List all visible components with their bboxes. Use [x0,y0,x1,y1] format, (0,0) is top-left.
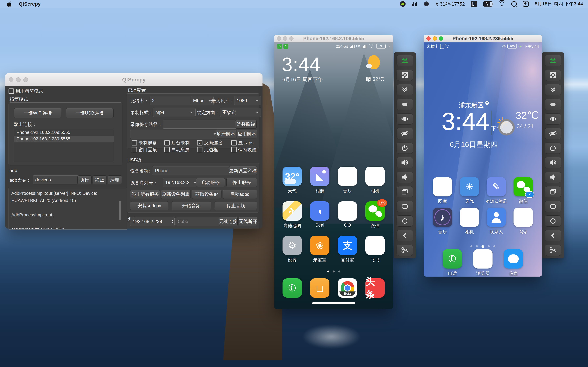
device-name-input[interactable]: Phone [153,166,232,175]
app-youdao-note[interactable]: ✎有道云笔记 [486,177,507,204]
dock-messages-app[interactable]: 信息 [503,249,524,276]
app-qinbaobao[interactable]: ❀亲宝宝 [309,236,330,263]
wireless-connect-button[interactable]: 无线连接 [219,217,238,226]
exec-button[interactable]: 执行 [78,175,92,184]
wireless-ip-input[interactable]: 192.168.2.239 [130,217,174,226]
group-control-icon[interactable] [397,55,413,66]
phone2-screen[interactable]: 未插卡 ! ◷ 100 ❧ 下午3:44 浦东新区 3:44下午 ☀ 32℃ 3… [424,42,542,276]
app-gallery[interactable]: ✿图库 [432,177,453,204]
screen-on-icon[interactable] [397,113,413,125]
dock-browser-app[interactable]: ⊕浏览器 [472,249,493,276]
usb-connect-button[interactable]: 一键USB连接 [66,108,113,118]
home-indicator[interactable] [312,302,355,304]
control-window-titlebar[interactable]: QtScrcpy [5,73,262,86]
wireless-disconnect-button[interactable]: 无线断开 [239,217,257,226]
app-weather[interactable]: ☀天气 [459,177,480,204]
dock-messages-app[interactable]: ◻ [309,278,330,298]
checkbox-keep-awake[interactable]: 保持唤醒 [231,147,257,153]
app-switch-icon[interactable] [397,201,413,212]
input-method-icon[interactable]: 拼 [471,1,477,7]
dock-phone-app[interactable]: ✆ [282,278,303,298]
app-feishu[interactable]: ◥飞书 [364,236,386,263]
device-list-item[interactable]: Phone-192.168.2.109:5555 [14,129,114,136]
volume-up-icon[interactable] [397,157,413,168]
app-seal[interactable]: ◖Seal [309,201,330,229]
back-icon[interactable] [397,230,413,241]
stop-audio-button[interactable]: 停止音频 [215,201,257,210]
serial-combo[interactable]: 192.168.2.2 [163,178,199,187]
app-amap[interactable]: ✈高德地图 [282,201,303,229]
log-scrollbar[interactable] [119,201,121,220]
pointer-counter[interactable]: 31@·17752 [435,1,465,7]
record-status-icon[interactable] [424,1,429,7]
device-list[interactable]: Phone-192.168.2.109:5555 Phone-192.168.2… [14,129,114,162]
app-settings[interactable]: ⚙设置 [282,236,303,263]
start-adbd-button[interactable]: 启动adbd [223,190,257,199]
clipboard-cut-icon[interactable] [545,245,561,256]
wifi-connect-button[interactable]: 一键WIFI连接 [14,108,62,118]
home-icon[interactable] [397,216,413,227]
app-weather[interactable]: 32°天气 [282,167,303,194]
update-name-button[interactable]: 更新设置名称 [229,166,257,175]
start-service-button[interactable]: 启动服务 [196,178,225,187]
menubar-app-name[interactable]: QtScrcpy [19,1,41,7]
phone1-titlebar[interactable]: Phone-192.168.2.109:5555 [274,35,393,42]
app-qq[interactable]: ♟QQ [513,208,534,235]
bitrate-input[interactable]: 2 [150,96,194,105]
menubar-clock[interactable]: 6月16日 周四 下午3:44 [535,1,583,7]
app-switch-icon[interactable] [545,201,561,212]
dock-chrome-beta-app[interactable]: Beta [337,278,358,298]
checkbox-bg-record[interactable]: 后台录制 [164,140,190,146]
fullscreen-icon[interactable] [545,70,561,81]
wireless-port-input[interactable]: 5555 [175,217,222,226]
simple-mode-checkbox[interactable]: 启用精简模式 [9,88,43,94]
spotlight-search-icon[interactable] [511,1,517,7]
fullscreen-icon[interactable] [397,70,413,81]
clipboard-cut-icon[interactable] [397,245,413,256]
screen-on-icon[interactable] [545,113,561,125]
record-path-input[interactable] [163,120,238,129]
install-sndcpy-button[interactable]: 安装sndcpy [130,201,168,210]
app-qq[interactable]: ♟QQ [337,201,358,229]
volume-down-icon[interactable] [545,172,561,183]
app-camera[interactable]: ◉相机 [364,167,386,194]
app-music[interactable]: ♪音乐 [337,167,358,194]
apply-script-button[interactable]: 应用脚本 [237,130,257,138]
phone1-screen[interactable]: ☺ ❝ 214K/s HD 3 ⚡ 3:44 6月16日 周四下午 晴 32℃ … [274,42,393,309]
terminate-button[interactable]: 终止 [93,175,107,184]
power-icon[interactable] [545,142,561,154]
app-contacts[interactable]: 联系人 [486,208,507,235]
start-audio-button[interactable]: 开始音频 [172,201,211,210]
lock-orientation-combo[interactable]: 不锁定 [220,108,261,117]
checkbox-auto-screen-off[interactable]: 自动息屏 [164,147,190,153]
screenshot-icon[interactable] [545,186,561,197]
touch-display-icon[interactable] [397,99,413,110]
group-control-icon[interactable] [545,55,561,66]
app-wechat[interactable]: 189微信 [364,201,386,229]
power-icon[interactable] [397,142,413,154]
back-icon[interactable] [545,230,561,241]
app-gallery[interactable]: ◣相册 [309,167,330,194]
wifi-icon[interactable] [499,1,505,7]
audio-bars-icon[interactable] [412,1,417,6]
checkbox-reverse-connect[interactable]: ✓反向连接 [197,140,223,146]
volume-down-icon[interactable] [397,172,413,183]
stop-all-button[interactable]: 停止所有服务 [130,190,160,199]
app-alipay[interactable]: 支支付宝 [337,236,358,263]
notification-pull-icon[interactable] [397,84,413,95]
screenshot-icon[interactable] [397,186,413,197]
stop-service-button[interactable]: 停止服务 [226,178,257,187]
notification-pull-icon[interactable] [545,84,561,95]
android-status-icon[interactable] [400,1,406,7]
checkbox-always-top[interactable]: 窗口置顶 [132,147,157,153]
assistive-ball[interactable] [498,119,515,135]
phone2-titlebar[interactable]: Phone-192.168.2.239:5555 [424,35,542,42]
max-size-combo[interactable]: 1080 [234,96,261,105]
refresh-script-button[interactable]: 刷新脚本 [216,130,236,138]
screen-off-icon[interactable] [397,128,413,139]
checkbox-show-fps[interactable]: 显示fps [231,140,253,146]
bitrate-unit-combo[interactable]: Mbps [191,96,214,105]
clean-button[interactable]: 清理 [108,175,122,184]
app-music[interactable]: ♪音乐 [432,208,453,235]
control-center-icon[interactable] [523,1,529,7]
